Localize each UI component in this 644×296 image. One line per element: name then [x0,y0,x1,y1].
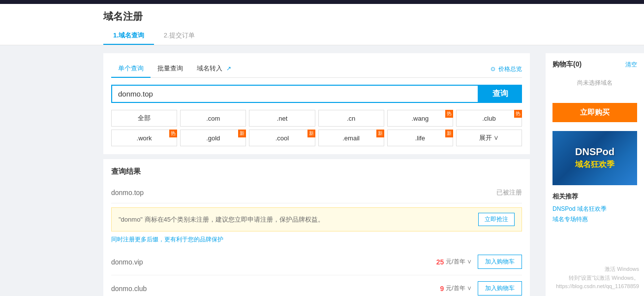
tld-com[interactable]: .com [180,110,246,127]
hot-badge-3: 热 [169,130,177,137]
results-section: 查询结果 donmo.top 已被注册 "donmo" 商标在45个类别未注册，… [103,159,530,296]
price-icon: ⊙ [491,66,495,72]
search-bar: 查询 [111,85,522,103]
brand-protect-link[interactable]: 同时注册更多后缀，更有利于您的品牌保护 [111,235,522,244]
tld-email[interactable]: .email 新 [318,130,384,146]
new-badge-3: 新 [376,130,384,137]
add-cart-button[interactable]: 加入购物车 [478,255,522,269]
main-layout: 单个查询 批量查询 域名转入 ↗ ⊙ 价格总览 查询 [0,45,644,296]
sidebar: 购物车(0) 清空 尚未选择域名 立即购买 DNSPod 域名狂欢季 相关推荐 … [546,53,644,296]
tld-row-2: .work 热 .gold 新 .cool 新 .email 新 [111,130,522,146]
new-badge-4: 新 [445,130,453,137]
top-bar [0,0,644,4]
search-button[interactable]: 查询 [479,85,522,103]
cart-title: 购物车(0) [552,60,582,69]
domain-status: 已被注册 [496,188,522,197]
tld-club[interactable]: .club 热 [456,110,522,127]
tld-gold[interactable]: .gold 新 [180,130,246,146]
tld-cn[interactable]: .cn [318,110,384,127]
trademark-text: "donmo" 商标在45个类别未注册，建议您立即申请注册，保护品牌权益。 [119,215,324,224]
tld-work[interactable]: .work 热 [111,130,177,146]
tld-expand[interactable]: 展开 ∨ [456,130,522,146]
domain-name: donmo.vip [111,258,436,266]
hot-badge: 热 [445,110,453,118]
cart-empty-text: 尚未选择域名 [552,79,637,87]
content-area: 单个查询 批量查询 域名转入 ↗ ⊙ 价格总览 查询 [103,45,538,296]
banner-dnspod: DNSPod [575,146,614,158]
price-unit: 元/首年 ∨ [446,258,472,266]
hot-badge-2: 热 [514,110,522,118]
trademark-box: "donmo" 商标在45个类别未注册，建议您立即申请注册，保护品牌权益。 立即… [111,207,522,231]
transfer-link-icon[interactable]: ↗ [226,65,231,72]
trademark-register-button[interactable]: 立即抢注 [478,213,515,226]
step-2[interactable]: 2.提交订单 [154,27,205,45]
add-cart-button-2[interactable]: 加入购物车 [478,281,522,296]
table-row: donmo.top 已被注册 [111,182,522,203]
domain-price: 25 [436,258,444,266]
domain-price: 9 [440,285,444,293]
domain-name: donmo.top [111,189,496,197]
tab-domain-transfer[interactable]: 域名转入 ↗ [190,61,238,78]
page-title-bar: 域名注册 1.域名查询 2.提交订单 [0,4,644,45]
new-badge-1: 新 [238,130,246,137]
banner-content: DNSPod 域名狂欢季 [575,146,614,170]
table-row: donmo.vip 25 元/首年 ∨ 加入购物车 [111,249,522,275]
price-wrapper: 9 元/首年 ∨ [440,284,472,293]
steps: 1.域名查询 2.提交订单 [103,27,644,45]
tab-single-query[interactable]: 单个查询 [111,61,151,78]
page-title: 域名注册 [103,10,644,23]
cart-header: 购物车(0) 清空 [552,60,637,69]
buy-now-button[interactable]: 立即购买 [552,103,637,122]
tld-grid: 全部 .com .net .cn .wang 热 .club 热 [111,110,522,146]
tld-all[interactable]: 全部 [111,110,177,127]
tld-net[interactable]: .net [249,110,315,127]
price-unit: 元/首年 ∨ [446,284,472,293]
search-panel: 单个查询 批量查询 域名转入 ↗ ⊙ 价格总览 查询 [103,53,530,154]
related-link-2[interactable]: 域名专场特惠 [552,215,637,224]
cart-clear-button[interactable]: 清空 [625,61,637,69]
domain-name: donmo.club [111,285,440,293]
tld-cool[interactable]: .cool 新 [249,130,315,146]
banner-image: DNSPod 域名狂欢季 [552,131,637,185]
price-overview[interactable]: ⊙ 价格总览 [491,65,522,73]
tld-row-1: 全部 .com .net .cn .wang 热 .club 热 [111,110,522,127]
price-wrapper: 25 元/首年 ∨ [436,258,472,266]
related-title: 相关推荐 [552,192,637,201]
table-row: donmo.club 9 元/首年 ∨ 加入购物车 [111,275,522,296]
tab-batch-query[interactable]: 批量查询 [151,61,190,78]
new-badge-2: 新 [307,130,315,137]
tld-wang[interactable]: .wang 热 [387,110,453,127]
tld-life[interactable]: .life 新 [387,130,453,146]
results-title: 查询结果 [111,167,522,176]
banner-slogan: 域名狂欢季 [575,160,614,170]
related-link-1[interactable]: DNSPod 域名狂欢季 [552,205,637,213]
search-tabs: 单个查询 批量查询 域名转入 ↗ ⊙ 价格总览 [111,61,522,78]
step-1[interactable]: 1.域名查询 [103,27,154,45]
search-input[interactable] [111,85,479,103]
